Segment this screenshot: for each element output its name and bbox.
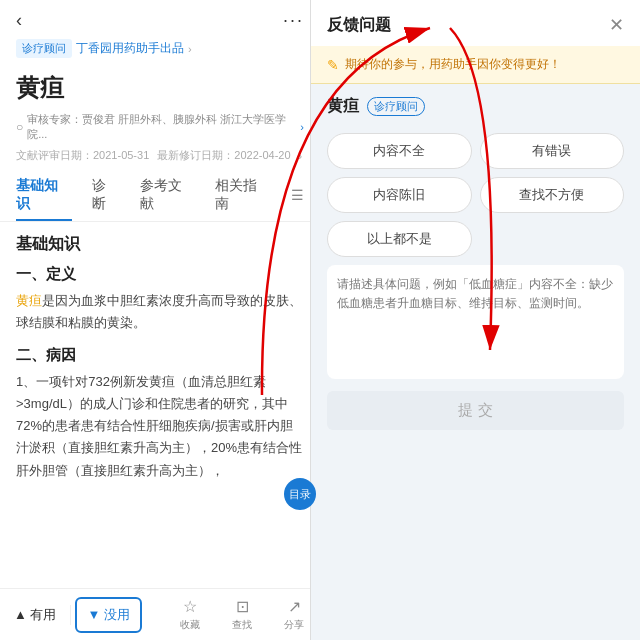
collect-button[interactable]: ☆ 收藏 [164,597,216,632]
date-row: 文献评审日期：2021-05-31 最新修订日期：2022-04-20 › [0,148,320,171]
share-label: 分享 [284,618,304,632]
def-content: 黄疸是因为血浆中胆红素浓度升高而导致的皮肤、球结膜和粘膜的黄染。 [16,290,304,334]
feedback-textarea-wrap [327,265,624,379]
vote-useless-button[interactable]: ▼ 没用 [75,597,141,633]
find-button[interactable]: ⊡ 查找 [216,597,268,632]
promo-icon: ✎ [327,57,339,73]
feedback-title: 反馈问题 [327,15,391,36]
option-none-of-above[interactable]: 以上都不是 [327,221,472,257]
breadcrumb-text[interactable]: 丁香园用药助手出品 [76,40,184,57]
date-arrow[interactable]: › [299,150,303,162]
submit-button[interactable]: 提 交 [327,391,624,430]
tab-diagnosis[interactable]: 诊断 [92,177,120,221]
option-hard-to-find[interactable]: 查找不方便 [480,177,625,213]
tag-yixun[interactable]: 诊疗顾问 [16,39,72,58]
promo-banner: ✎ 期待你的参与，用药助手因你变得更好！ [311,46,640,84]
tab-references[interactable]: 参考文献 [140,177,196,221]
def-highlight: 黄疸 [16,293,42,308]
feedback-textarea[interactable] [337,275,614,365]
breadcrumb-arrow: › [188,43,192,55]
left-panel: ‹ ··· 诊疗顾问 丁香园用药助手出品 › 黄疸 ○ 审核专家：贾俊君 肝胆外… [0,0,320,640]
option-incomplete[interactable]: 内容不全 [327,133,472,169]
vote-section: ▲ 有用 ▼ 没用 [0,589,146,640]
reviewer-link[interactable]: › [300,121,304,133]
collect-icon: ☆ [183,597,197,616]
date-text: 文献评审日期：2021-05-31 [16,148,149,163]
bottom-toolbar: ▲ 有用 ▼ 没用 ☆ 收藏 ⊡ 查找 ↗ 分享 [0,588,320,640]
reviewer-text: 审核专家：贾俊君 肝胆外科、胰腺外科 浙江大学医学院... [27,112,296,142]
feedback-subject: 黄疸 诊疗顾问 [311,84,640,125]
vote-useful-button[interactable]: ▲ 有用 [0,589,70,640]
def-text1: 是因为血浆中胆红素浓度升高而导致的皮肤、球结膜和粘膜的黄染。 [16,293,302,330]
close-icon[interactable]: ✕ [609,14,624,36]
subject-tag: 诊疗顾问 [367,97,425,116]
promo-text: 期待你的参与，用药助手因你变得更好！ [345,56,561,73]
section-title-main: 基础知识 [16,234,304,255]
reviewer-icon: ○ [16,120,23,134]
more-icon[interactable]: ··· [283,10,304,31]
share-icon: ↗ [288,597,301,616]
nav-menu-icon[interactable]: ☰ [291,187,304,211]
update-text: 最新修订日期：2022-04-20 [157,148,290,163]
toc-button[interactable]: 目录 [284,478,316,510]
vote-divider [70,605,71,625]
page-title: 黄疸 [0,66,320,112]
cause-title: 二、病因 [16,346,304,365]
breadcrumb-row: 诊疗顾问 丁香园用药助手出品 › [0,37,320,66]
collect-label: 收藏 [180,618,200,632]
tab-basics[interactable]: 基础知识 [16,177,72,221]
right-panel: 反馈问题 ✕ ✎ 期待你的参与，用药助手因你变得更好！ 黄疸 诊疗顾问 内容不全… [310,0,640,640]
subject-title: 黄疸 [327,96,359,117]
option-outdated[interactable]: 内容陈旧 [327,177,472,213]
back-icon[interactable]: ‹ [16,10,22,31]
tab-guidelines[interactable]: 相关指南 [215,177,271,221]
nav-tabs: 基础知识 诊断 参考文献 相关指南 ☰ [0,171,320,222]
top-bar: ‹ ··· [0,0,320,37]
feedback-header: 反馈问题 ✕ [311,0,640,46]
def-title: 一、定义 [16,265,304,284]
feedback-options: 内容不全 有错误 内容陈旧 查找不方便 以上都不是 [311,125,640,265]
find-icon: ⊡ [236,597,249,616]
reviewer-row: ○ 审核专家：贾俊君 肝胆外科、胰腺外科 浙江大学医学院... › [0,112,320,148]
content-area: 基础知识 一、定义 黄疸是因为血浆中胆红素浓度升高而导致的皮肤、球结膜和粘膜的黄… [0,222,320,494]
find-label: 查找 [232,618,252,632]
toolbar-actions: ☆ 收藏 ⊡ 查找 ↗ 分享 [164,597,320,632]
option-error[interactable]: 有错误 [480,133,625,169]
subject-row: 黄疸 诊疗顾问 [327,96,624,117]
cause-content: 1、一项针对732例新发黄疸（血清总胆红素>3mg/dL）的成人门诊和住院患者的… [16,371,304,481]
